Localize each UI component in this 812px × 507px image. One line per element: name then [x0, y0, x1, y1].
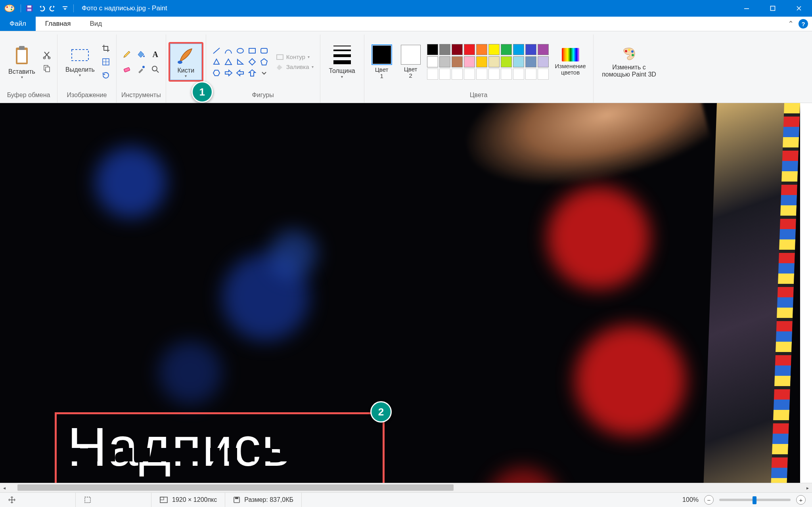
zoom-slider-thumb[interactable] — [753, 496, 756, 504]
collapse-ribbon-icon[interactable]: ⌃ — [788, 19, 794, 28]
fill-tool[interactable] — [136, 49, 147, 60]
tab-view[interactable]: Вид — [80, 17, 112, 31]
color-swatch[interactable] — [501, 44, 512, 55]
custom-color-slot[interactable] — [476, 69, 487, 80]
shape-hexagon[interactable] — [211, 68, 222, 78]
color-swatch[interactable] — [427, 56, 438, 67]
custom-color-slot[interactable] — [464, 69, 475, 80]
svg-rect-27 — [261, 48, 267, 53]
shape-left-arrow[interactable] — [235, 68, 246, 78]
shape-right-triangle[interactable] — [235, 57, 246, 67]
thickness-button[interactable]: Толщина ▾ — [325, 44, 359, 80]
paint3d-button[interactable]: Изменить с помощью Paint 3D — [598, 45, 660, 78]
custom-color-slot[interactable] — [538, 69, 549, 80]
image-right-strip — [701, 103, 800, 492]
shape-oval[interactable] — [235, 46, 246, 56]
rotate-button[interactable] — [100, 70, 111, 81]
status-cursor-pos — [0, 493, 76, 507]
color-swatch[interactable] — [476, 56, 487, 67]
text-tool[interactable]: A — [150, 49, 161, 60]
custom-color-slot[interactable] — [525, 69, 536, 80]
color-swatch[interactable] — [538, 44, 549, 55]
scroll-thumb[interactable] — [17, 484, 454, 491]
canvas-image[interactable]: Надпись 2 — [0, 103, 800, 492]
shape-rounded-rect[interactable] — [259, 46, 270, 56]
shape-pentagon[interactable] — [259, 57, 270, 67]
qat-undo-button[interactable] — [35, 2, 47, 14]
color-swatch[interactable] — [464, 56, 475, 67]
qat-customize-button[interactable] — [59, 2, 71, 14]
shape-fill-combo: Заливка ▾ — [274, 63, 315, 71]
custom-color-slot[interactable] — [439, 69, 450, 80]
color-picker-tool[interactable] — [136, 64, 147, 75]
close-button[interactable] — [786, 0, 812, 17]
save-icon — [233, 496, 240, 503]
shape-polygon[interactable] — [211, 57, 222, 67]
shape-curve[interactable] — [223, 46, 234, 56]
help-icon[interactable]: ? — [799, 19, 808, 29]
eraser-tool[interactable] — [121, 64, 132, 75]
color-swatch[interactable] — [427, 44, 438, 55]
color-swatch[interactable] — [525, 56, 536, 67]
status-selection — [76, 493, 151, 507]
shape-triangle[interactable] — [223, 57, 234, 67]
color1-button[interactable]: Цвет 1 — [369, 44, 395, 80]
color-swatch[interactable] — [538, 56, 549, 67]
paste-button[interactable]: Вставить ▾ — [5, 44, 39, 80]
qat-redo-button[interactable] — [47, 2, 59, 14]
zoom-value: 100% — [682, 496, 699, 503]
minimize-button[interactable] — [733, 0, 760, 17]
group-caption-image: Изображение — [67, 89, 107, 103]
group-caption-tools: Инструменты — [121, 89, 161, 103]
canvas-area[interactable]: Надпись 2 ◂ ▸ — [0, 103, 812, 492]
tab-file[interactable]: Файл — [0, 17, 36, 31]
shape-diamond[interactable] — [247, 57, 258, 67]
color-swatch[interactable] — [439, 56, 450, 67]
magnifier-tool[interactable] — [150, 64, 161, 75]
scroll-right-button[interactable]: ▸ — [803, 483, 812, 492]
pencil-tool[interactable] — [121, 49, 132, 60]
color-swatch[interactable] — [525, 44, 536, 55]
custom-color-slot[interactable] — [427, 69, 438, 80]
color-swatch[interactable] — [476, 44, 487, 55]
brushes-button[interactable]: Кисти ▾ — [174, 46, 198, 79]
scroll-track[interactable] — [9, 483, 803, 492]
zoom-in-button[interactable]: + — [796, 495, 806, 505]
custom-color-slot[interactable] — [452, 69, 463, 80]
cut-button[interactable] — [41, 50, 52, 61]
edit-colors-button[interactable]: Изменение цветов — [553, 47, 588, 77]
color-swatch[interactable] — [501, 56, 512, 67]
scroll-left-button[interactable]: ◂ — [0, 483, 9, 492]
shape-rectangle[interactable] — [247, 46, 258, 56]
color-swatch[interactable] — [452, 56, 463, 67]
resize-button[interactable] — [100, 56, 111, 67]
color2-button[interactable]: Цвет 2 — [398, 44, 423, 80]
shapes-gallery[interactable] — [211, 46, 270, 78]
shape-line[interactable] — [211, 46, 222, 56]
color-swatch[interactable] — [513, 56, 524, 67]
color-swatch[interactable] — [513, 44, 524, 55]
shape-more[interactable] — [259, 68, 270, 78]
color-swatch[interactable] — [452, 44, 463, 55]
app-window: Фото с надписью.jpg - Paint Файл Главная… — [0, 0, 812, 507]
qat-save-button[interactable] — [23, 2, 35, 14]
ribbon-tabs: Файл Главная Вид ⌃ ? — [0, 17, 812, 31]
select-button[interactable]: Выделить ▾ — [62, 46, 98, 78]
horizontal-scrollbar[interactable]: ◂ ▸ — [0, 483, 812, 492]
group-tools: A Инструменты — [117, 34, 166, 103]
zoom-slider[interactable] — [719, 499, 791, 501]
crop-button[interactable] — [100, 43, 111, 54]
color-swatch[interactable] — [488, 44, 500, 55]
custom-color-slot[interactable] — [488, 69, 500, 80]
shape-up-arrow[interactable] — [247, 68, 258, 78]
custom-color-slot[interactable] — [513, 69, 524, 80]
color-swatch[interactable] — [439, 44, 450, 55]
color-swatch[interactable] — [464, 44, 475, 55]
tab-home[interactable]: Главная — [36, 17, 80, 31]
maximize-button[interactable] — [760, 0, 786, 17]
shape-right-arrow[interactable] — [223, 68, 234, 78]
color-swatch[interactable] — [488, 56, 500, 67]
zoom-out-button[interactable]: − — [704, 495, 714, 505]
custom-color-slot[interactable] — [501, 69, 512, 80]
copy-button[interactable] — [41, 63, 52, 74]
